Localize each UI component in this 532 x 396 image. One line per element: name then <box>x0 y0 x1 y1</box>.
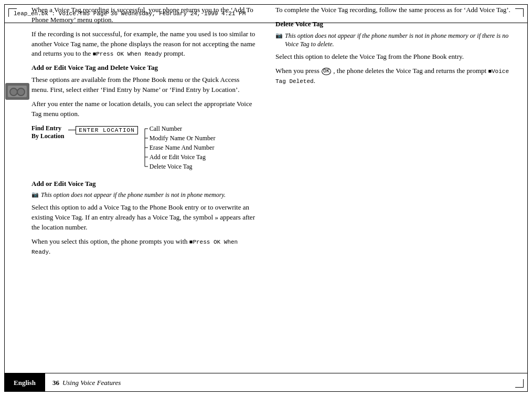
note-icon-left: 📷 <box>31 191 39 198</box>
left-para2: If the recording is not successful, for … <box>31 29 257 59</box>
menu-item-4: Delete Voice Tag <box>150 162 216 172</box>
left-para2-end: prompt. <box>164 49 185 57</box>
menu-item-3: Add or Edit Voice Tag <box>150 153 216 162</box>
find-entry-label-line2: By Location <box>31 132 64 141</box>
section2-note-block: 📷 This option does not appear if the pho… <box>31 191 257 200</box>
section1-heading: Add or Edit Voice Tag and Delete Voice T… <box>31 63 257 73</box>
menu-items-list: Call Number Modify Name Or Number Erase … <box>150 124 216 172</box>
menu-item-0: Call Number <box>150 124 216 134</box>
menu-bracket-svg <box>142 124 148 171</box>
section1-para1: These options are available from the Pho… <box>31 75 257 95</box>
menu-item-2: Erase Name And Number <box>150 143 216 153</box>
section2-para2-start: When you select this option, the phone p… <box>31 237 188 245</box>
page-number: 36 <box>52 379 59 387</box>
cassette-inner <box>8 86 27 97</box>
section1-para2: After you enter the name or location det… <box>31 99 257 119</box>
menu-diagram: Find Entry By Location ENTER LOCATION <box>31 124 257 172</box>
section2-heading: Add or Edit Voice Tag <box>31 179 257 189</box>
english-tab: English <box>4 373 45 392</box>
section2-para2: When you select this option, the phone p… <box>31 237 257 257</box>
menu-item-1: Modify Name Or Number <box>150 134 216 143</box>
section-title: Using Voice Features <box>62 379 121 387</box>
find-entry-label-line1: Find Entry <box>31 124 64 133</box>
language-label: English <box>14 379 36 387</box>
left-column: When a Voice Tag recording is successful… <box>0 5 266 261</box>
menu-lines: Call Number Modify Name Or Number Erase … <box>142 124 216 172</box>
diagram-arrow <box>68 130 76 130</box>
left-para2-prompt: ■Press OK When Ready <box>93 51 162 57</box>
left-para1: When a Voice Tag recording is successful… <box>31 5 257 25</box>
page-footer: English 36 Using Voice Features <box>4 373 528 392</box>
enter-location-box: ENTER LOCATION <box>76 126 137 134</box>
section2-note: This option does not appear if the phone… <box>41 191 226 200</box>
section2-para1: Select this option to add a Voice Tag to… <box>31 203 257 233</box>
section2-end: . <box>49 247 50 255</box>
cassette-icon <box>5 83 29 100</box>
